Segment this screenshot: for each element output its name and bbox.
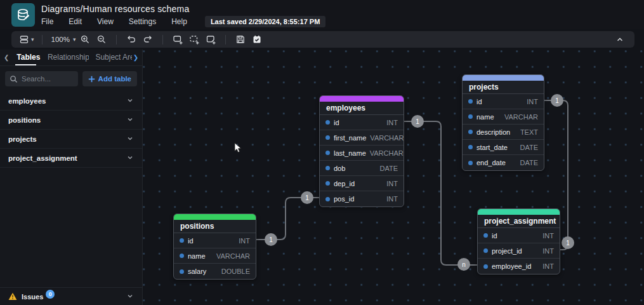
field-dot-icon bbox=[483, 248, 488, 253]
field-name: salary bbox=[188, 268, 218, 275]
issues-count-badge: 0 bbox=[46, 290, 55, 299]
toolbar-divider bbox=[162, 35, 163, 44]
field-dot-icon bbox=[468, 114, 473, 119]
sidebar-item-positions[interactable]: positions bbox=[0, 111, 142, 130]
tab-relationships[interactable]: Relationships bbox=[41, 50, 89, 65]
entity-table-projects[interactable]: projectsidINTnameVARCHARdescriptionTEXTs… bbox=[462, 74, 544, 171]
table-accent-strip bbox=[478, 209, 560, 215]
menu-item-file[interactable]: File bbox=[41, 17, 53, 26]
table-accent-strip bbox=[320, 96, 404, 102]
field-name: first_name bbox=[334, 134, 366, 142]
field-type: VARCHAR bbox=[504, 113, 538, 121]
field-row-project_assignment-employee_id[interactable]: employee_idINT bbox=[478, 259, 560, 274]
table-accent-strip bbox=[463, 75, 544, 81]
field-row-projects-id[interactable]: idINT bbox=[463, 94, 544, 109]
add-area-icon[interactable] bbox=[187, 32, 201, 46]
field-row-projects-description[interactable]: descriptionTEXT bbox=[463, 125, 544, 140]
field-name: dep_id bbox=[334, 180, 383, 187]
relationship-line-positions_id-employees_pos_id[interactable] bbox=[256, 198, 319, 240]
diagram-canvas[interactable]: 111n11 employeesidINTfirst_nameVARCHARla… bbox=[143, 50, 644, 305]
search-box[interactable] bbox=[5, 71, 78, 86]
toolbar-divider bbox=[42, 35, 43, 44]
zoom-out-icon[interactable] bbox=[95, 32, 108, 46]
menu-item-help[interactable]: Help bbox=[171, 17, 187, 26]
redo-icon[interactable] bbox=[141, 32, 155, 46]
add-note-icon[interactable] bbox=[204, 32, 218, 46]
field-row-positions-salary[interactable]: salaryDOUBLE bbox=[174, 264, 256, 279]
undo-icon[interactable] bbox=[124, 32, 138, 46]
last-saved-badge: Last saved 2/29/2024, 8:55:17 PM bbox=[205, 16, 325, 27]
tabs-scroll-right-icon[interactable]: ❯ bbox=[132, 54, 140, 61]
todo-icon[interactable] bbox=[250, 32, 264, 46]
add-table-icon[interactable] bbox=[171, 32, 185, 46]
chevron-down-icon[interactable] bbox=[126, 291, 134, 302]
entity-table-project_assignment[interactable]: project_assignmentidINTproject_idINTempl… bbox=[477, 208, 560, 274]
sidebar-item-label: project_assignment bbox=[8, 154, 77, 162]
entity-table-employees[interactable]: employeesidINTfirst_nameVARCHARlast_name… bbox=[319, 95, 404, 207]
add-table-label: Add table bbox=[98, 75, 131, 83]
collapse-toolbar-icon[interactable] bbox=[613, 32, 627, 46]
sidebar-item-projects[interactable]: projects bbox=[0, 130, 142, 149]
tab-subject-are[interactable]: Subject Are bbox=[89, 50, 131, 65]
entity-table-positions[interactable]: positionsidINTnameVARCHARsalaryDOUBLE bbox=[173, 214, 256, 280]
tabs-scroll-left-icon[interactable]: ❮ bbox=[3, 54, 10, 61]
search-input[interactable] bbox=[22, 75, 74, 83]
field-type: DATE bbox=[379, 165, 398, 172]
field-type: DOUBLE bbox=[221, 268, 250, 275]
field-row-projects-start_date[interactable]: start_dateDATE bbox=[463, 140, 544, 155]
table-title: employees bbox=[320, 102, 404, 115]
sidebar-item-label: positions bbox=[8, 116, 41, 124]
layout-picker-icon[interactable]: ▾ bbox=[19, 32, 34, 46]
field-row-project_assignment-project_id[interactable]: project_idINT bbox=[478, 243, 560, 259]
chevron-down-icon[interactable] bbox=[126, 95, 134, 107]
field-row-employees-first_name[interactable]: first_nameVARCHAR bbox=[320, 130, 404, 146]
zoom-in-icon[interactable] bbox=[78, 32, 92, 46]
sidebar: ❮ TablesRelationshipsSubject Are❯ Add ta… bbox=[0, 50, 143, 305]
table-accent-strip bbox=[174, 214, 256, 220]
app-window: Diagrams/Human resources schema FileEdit… bbox=[0, 0, 644, 305]
field-type: VARCHAR bbox=[370, 134, 404, 142]
field-name: id bbox=[492, 232, 539, 240]
field-row-employees-last_name[interactable]: last_nameVARCHAR bbox=[320, 146, 404, 161]
chevron-down-icon[interactable] bbox=[126, 133, 134, 145]
add-table-button[interactable]: Add table bbox=[82, 71, 137, 86]
field-row-employees-dep_id[interactable]: dep_idINT bbox=[320, 176, 404, 191]
save-icon[interactable] bbox=[233, 32, 247, 46]
chevron-down-icon[interactable] bbox=[126, 152, 134, 164]
cardinality-label: n bbox=[462, 261, 466, 268]
menu-item-settings[interactable]: Settings bbox=[129, 17, 156, 26]
field-row-positions-id[interactable]: idINT bbox=[174, 233, 256, 248]
database-pencil-icon bbox=[16, 8, 31, 23]
sidebar-item-label: projects bbox=[8, 135, 37, 143]
field-dot-icon bbox=[325, 166, 330, 170]
field-dot-icon bbox=[180, 254, 184, 258]
field-row-positions-name[interactable]: nameVARCHAR bbox=[174, 248, 256, 264]
field-row-employees-dob[interactable]: dobDATE bbox=[320, 161, 404, 176]
tab-tables[interactable]: Tables bbox=[10, 50, 41, 65]
chevron-down-icon: ▾ bbox=[73, 36, 76, 43]
plus-icon bbox=[88, 76, 95, 83]
field-row-project_assignment-id[interactable]: idINT bbox=[478, 228, 560, 243]
sidebar-item-project_assignment[interactable]: project_assignment bbox=[0, 149, 142, 168]
field-type: DATE bbox=[520, 159, 538, 166]
field-name: name bbox=[476, 113, 501, 121]
table-title: positions bbox=[174, 220, 256, 233]
field-row-projects-name[interactable]: nameVARCHAR bbox=[463, 109, 544, 125]
field-row-projects-end_date[interactable]: end_dateDATE bbox=[463, 155, 544, 170]
field-row-employees-pos_id[interactable]: pos_idINT bbox=[320, 191, 404, 207]
app-logo[interactable] bbox=[11, 3, 35, 27]
field-row-employees-id[interactable]: idINT bbox=[320, 115, 404, 130]
chevron-down-icon[interactable] bbox=[126, 114, 134, 126]
menu-bar: FileEditViewSettingsHelpLast saved 2/29/… bbox=[41, 16, 325, 27]
field-type: VARCHAR bbox=[370, 149, 404, 157]
sidebar-item-employees[interactable]: employees bbox=[0, 92, 142, 111]
issues-bar[interactable]: Issues 0 bbox=[0, 287, 142, 305]
field-dot-icon bbox=[325, 181, 330, 186]
field-type: VARCHAR bbox=[216, 252, 250, 260]
field-type: INT bbox=[527, 98, 538, 105]
zoom-level-select[interactable]: 100% ▾ bbox=[50, 32, 76, 46]
table-title: projects bbox=[463, 81, 544, 94]
menu-item-view[interactable]: View bbox=[97, 17, 114, 26]
menu-item-edit[interactable]: Edit bbox=[69, 17, 82, 26]
page-title: Diagrams/Human resources schema bbox=[41, 4, 189, 14]
